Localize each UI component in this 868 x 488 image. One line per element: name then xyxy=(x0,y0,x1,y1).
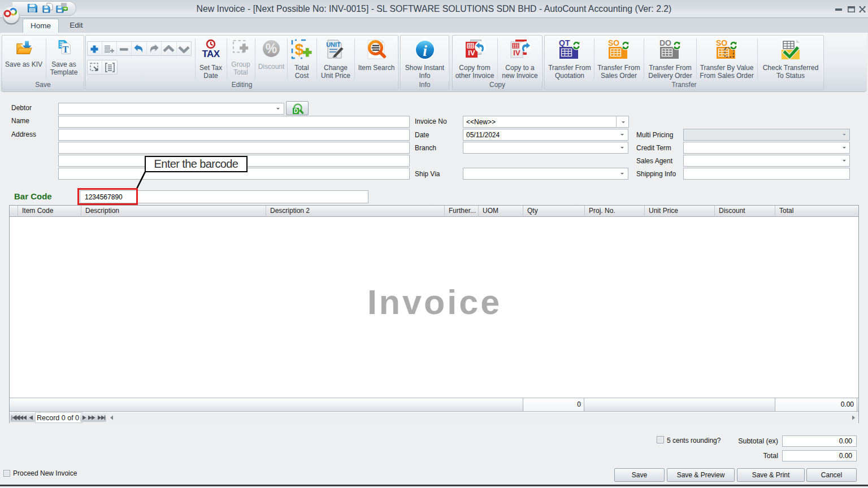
svg-text:QT: QT xyxy=(559,39,570,47)
svg-text:T: T xyxy=(62,45,68,54)
svg-text:$: $ xyxy=(295,41,304,58)
svg-text:%: % xyxy=(266,41,277,56)
svg-text:SO: SO xyxy=(716,39,727,47)
svg-text:TAX: TAX xyxy=(202,49,220,59)
svg-text:i: i xyxy=(423,42,427,59)
svg-text:DO: DO xyxy=(659,39,671,47)
svg-text:IV: IV xyxy=(468,49,475,57)
svg-text:UNIT: UNIT xyxy=(326,41,341,48)
svg-text:IV: IV xyxy=(513,49,520,57)
svg-text:SO: SO xyxy=(608,39,619,47)
svg-text:D: D xyxy=(294,108,298,114)
